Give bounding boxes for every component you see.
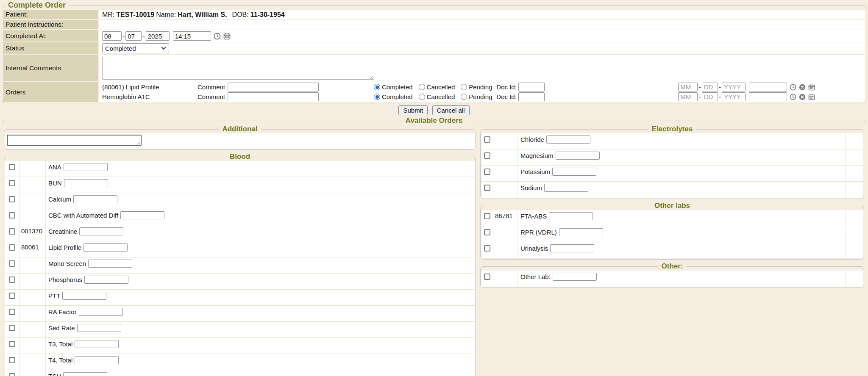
lab-label: PTT [48, 292, 60, 299]
lab-checkbox[interactable] [9, 309, 15, 315]
electrolytes-fieldset: Electrolytes Chloride [480, 125, 864, 199]
lab-label: CBC with Automated Diff [48, 212, 118, 219]
order-status-radio-pending[interactable]: Pending [461, 83, 492, 91]
radio-icon[interactable] [374, 84, 380, 90]
order-status-radio-completed[interactable]: Completed [374, 93, 413, 100]
order-date-year-input[interactable] [722, 92, 746, 101]
lab-value-input[interactable] [64, 179, 108, 187]
lab-value-input[interactable] [546, 135, 590, 144]
lab-value-input[interactable] [63, 372, 107, 376]
lab-value-input[interactable] [75, 340, 119, 348]
lab-checkbox[interactable] [9, 244, 15, 251]
lab-checkbox[interactable] [9, 325, 15, 331]
calendar-icon[interactable] [223, 33, 231, 40]
order-date-year-input[interactable] [722, 83, 746, 91]
order-date-day-input[interactable] [702, 92, 718, 101]
lab-value-input[interactable] [88, 260, 132, 268]
lab-row: PTT [5, 290, 475, 306]
lab-checkbox[interactable] [484, 213, 490, 219]
lab-checkbox[interactable] [9, 228, 15, 235]
electrolytes-legend: Electrolytes [648, 125, 696, 133]
lab-value-input[interactable] [79, 308, 123, 316]
lab-value-input[interactable] [64, 163, 108, 171]
lab-value-input[interactable] [79, 227, 123, 235]
order-date-month-input[interactable] [678, 83, 698, 91]
lab-value-input[interactable] [552, 168, 596, 176]
order-comment-input[interactable] [228, 83, 319, 91]
clock-icon[interactable] [214, 33, 221, 40]
lab-value-input[interactable] [62, 292, 106, 300]
clock-icon[interactable] [790, 94, 796, 100]
lab-checkbox[interactable] [9, 341, 15, 347]
lab-value-input[interactable] [556, 152, 600, 160]
cancel-all-button[interactable]: Cancel all [432, 105, 470, 115]
internal-comments-textarea[interactable] [102, 57, 374, 80]
lab-checkbox[interactable] [484, 229, 490, 235]
lab-checkbox[interactable] [484, 274, 490, 280]
radio-icon[interactable] [419, 84, 425, 90]
lab-value-input[interactable] [553, 273, 597, 281]
date-separator: - [142, 32, 145, 40]
lab-checkbox[interactable] [9, 196, 15, 202]
other-table: Other Lab: [481, 271, 863, 287]
order-status-radio-cancelled[interactable]: Cancelled [419, 93, 455, 100]
doc-id-input[interactable] [518, 92, 545, 101]
order-status-radio-pending[interactable]: Pending [461, 93, 492, 100]
lab-checkbox[interactable] [9, 260, 15, 267]
lab-code [19, 177, 46, 193]
order-date-time-input[interactable] [749, 83, 787, 91]
lab-checkbox[interactable] [484, 136, 490, 143]
lab-value-input[interactable] [77, 324, 121, 332]
completed-at-time-input[interactable] [173, 31, 211, 41]
lab-value-input[interactable] [120, 211, 164, 219]
lab-checkbox[interactable] [484, 245, 490, 252]
lab-value-input[interactable] [544, 184, 588, 192]
order-date-time-input[interactable] [749, 92, 787, 101]
lab-checkbox[interactable] [9, 357, 15, 363]
lab-value-input[interactable] [550, 244, 594, 252]
status-select[interactable]: Completed [102, 43, 169, 53]
doc-id-input[interactable] [518, 83, 545, 91]
calendar-icon[interactable] [808, 94, 815, 100]
lab-code [19, 161, 46, 177]
completed-at-year-input[interactable] [146, 31, 170, 41]
chevron-down-icon [161, 47, 166, 50]
electrolytes-table: Chloride Magnesium [481, 133, 863, 198]
clock-icon[interactable] [790, 84, 796, 91]
clear-circle-icon[interactable] [799, 84, 806, 91]
lab-value-input[interactable] [75, 356, 119, 364]
order-comment-input[interactable] [228, 92, 319, 101]
calendar-icon[interactable] [808, 84, 815, 91]
lab-value-input[interactable] [549, 212, 593, 220]
lab-checkbox[interactable] [9, 180, 15, 186]
lab-checkbox[interactable] [9, 212, 15, 218]
additional-search-input[interactable] [7, 135, 142, 146]
lab-value-input[interactable] [84, 276, 128, 284]
lab-value-input[interactable] [559, 228, 603, 236]
order-status-radio-group: CompletedCancelledPending [374, 83, 492, 91]
lab-checkbox[interactable] [484, 185, 490, 191]
lab-checkbox[interactable] [9, 293, 15, 299]
lab-checkbox[interactable] [484, 169, 490, 175]
lab-value-input[interactable] [73, 195, 117, 203]
radio-icon[interactable] [374, 94, 380, 100]
order-date-month-input[interactable] [678, 92, 698, 101]
clear-circle-icon[interactable] [799, 94, 806, 100]
lab-value-input[interactable] [83, 243, 128, 252]
lab-checkbox[interactable] [9, 276, 15, 283]
order-row: (80061) Lipid Profile Comment CompletedC… [99, 82, 865, 92]
completed-at-day-input[interactable] [125, 31, 142, 41]
lab-checkbox[interactable] [484, 152, 490, 159]
lab-row: Urinalysis [481, 242, 863, 258]
order-date-day-input[interactable] [702, 83, 718, 91]
radio-icon[interactable] [419, 94, 425, 100]
submit-button[interactable]: Submit [398, 105, 428, 115]
lab-checkbox[interactable] [9, 373, 15, 376]
radio-icon[interactable] [461, 94, 467, 100]
lab-row: TSH [5, 370, 475, 376]
lab-checkbox[interactable] [9, 164, 15, 170]
order-status-radio-cancelled[interactable]: Cancelled [419, 83, 455, 91]
completed-at-month-input[interactable] [102, 31, 122, 41]
order-status-radio-completed[interactable]: Completed [374, 83, 413, 91]
radio-icon[interactable] [461, 84, 467, 90]
